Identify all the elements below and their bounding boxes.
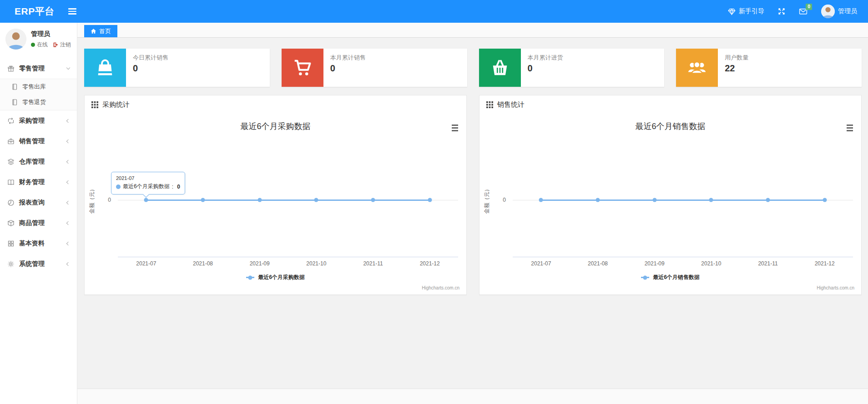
stat-card-month-purchase[interactable]: 本月累计进货 0 xyxy=(479,49,665,87)
footer-strip xyxy=(77,389,868,404)
data-point-marker[interactable] xyxy=(596,198,600,202)
tab-home[interactable]: 首页 xyxy=(84,25,117,37)
sidebar-item-purchase[interactable]: 采购管理 xyxy=(0,110,77,131)
sidebar-item-system[interactable]: 系统管理 xyxy=(0,254,77,274)
x-axis-labels: 2021-072021-082021-092021-102021-112021-… xyxy=(513,260,853,267)
stat-card-body: 本月累计进货 0 xyxy=(521,49,563,87)
marker-slot xyxy=(231,114,288,294)
sidebar-item-label: 基本资料 xyxy=(19,239,67,248)
messages-button[interactable]: 0 xyxy=(799,8,807,15)
chart-tooltip: 2021-07 最近6个月采购数据: 0 xyxy=(111,172,185,195)
x-axis-tick-label: 2021-12 xyxy=(796,260,853,267)
chevron-left-icon xyxy=(66,241,70,245)
series-markers xyxy=(118,114,458,294)
panel-title: 采购统计 xyxy=(102,100,130,109)
user-menu[interactable]: 管理员 xyxy=(821,5,857,18)
sidebar-item-label: 系统管理 xyxy=(19,260,67,268)
data-point-marker[interactable] xyxy=(144,198,148,202)
marker-slot xyxy=(570,114,626,294)
stat-card-body: 本月累计销售 0 xyxy=(323,49,366,87)
tooltip-header: 2021-07 xyxy=(116,175,180,181)
highcharts-credit-link[interactable]: Highcharts.com.cn xyxy=(817,285,854,290)
navbar-right: 新手引导 0 管理员 xyxy=(728,5,868,18)
sidebar-item-basic-data[interactable]: 基本资料 xyxy=(0,233,77,254)
data-point-marker[interactable] xyxy=(766,198,770,202)
data-point-marker[interactable] xyxy=(823,198,827,202)
x-axis-labels: 2021-072021-082021-092021-102021-112021-… xyxy=(118,260,458,267)
marker-slot xyxy=(513,114,570,294)
legend-item[interactable]: 最近6个月采购数据 xyxy=(85,274,466,281)
tooltip-value: 0 xyxy=(177,184,180,190)
stat-card-value: 22 xyxy=(725,63,748,74)
sales-chart: 最近6个月销售数据 金额（元） 0 2021-072021-082021-092… xyxy=(479,114,861,294)
stat-card-today-sales[interactable]: 今日累计销售 0 xyxy=(84,49,270,87)
guide-button[interactable]: 新手引导 xyxy=(728,7,764,15)
panel-header: 销售统计 xyxy=(479,95,861,114)
sidebar-item-sales[interactable]: 销售管理 xyxy=(0,131,77,151)
sidebar-item-retail-outbound[interactable]: 零售出库 xyxy=(0,79,77,95)
stat-cards-row: 今日累计销售 0 本月累计销售 0 本月累计进货 0 xyxy=(84,49,862,87)
sidebar-item-retail[interactable]: 零售管理 xyxy=(0,58,77,79)
gear-icon xyxy=(7,260,15,268)
tab-home-label: 首页 xyxy=(99,27,111,35)
message-count-badge: 0 xyxy=(806,4,812,10)
data-point-marker[interactable] xyxy=(428,198,432,202)
data-point-marker[interactable] xyxy=(201,198,205,202)
stat-card-label: 用户数量 xyxy=(725,54,748,62)
data-point-marker[interactable] xyxy=(257,198,262,202)
panel-header: 采购统计 xyxy=(85,95,466,114)
x-axis-tick-label: 2021-07 xyxy=(513,260,570,267)
marker-slot xyxy=(345,114,402,294)
grid-icon xyxy=(7,240,15,247)
shopping-bag-icon xyxy=(84,49,126,87)
tooltip-row: 最近6个月采购数据: 0 xyxy=(116,183,180,190)
sidebar-user-info: 管理员 在线 注销 xyxy=(31,30,71,49)
stat-card-user-count[interactable]: 用户数量 22 xyxy=(676,49,862,87)
purchase-chart: 最近6个月采购数据 金额（元） 0 2021-072021-082021-092… xyxy=(85,114,466,294)
chevron-left-icon xyxy=(66,200,70,204)
app-brand: ERP平台 xyxy=(0,5,55,18)
logout-button[interactable]: 注销 xyxy=(53,41,71,49)
stat-card-month-sales[interactable]: 本月累计销售 0 xyxy=(282,49,467,87)
sidebar-item-retail-return[interactable]: 零售退货 xyxy=(0,95,77,110)
sidebar-toggle-button[interactable] xyxy=(68,8,76,15)
grid-icon xyxy=(486,101,493,108)
legend-item[interactable]: 最近6个月销售数据 xyxy=(479,274,861,281)
sidebar-user-panel: 管理员 在线 注销 xyxy=(0,23,77,55)
pie-chart-icon xyxy=(7,199,15,206)
x-axis-tick-label: 2021-09 xyxy=(626,260,683,267)
x-axis-tick-label: 2021-10 xyxy=(683,260,740,267)
chevron-left-icon xyxy=(66,262,70,265)
stat-card-value: 0 xyxy=(133,63,168,74)
x-axis-tick-label: 2021-07 xyxy=(118,260,175,267)
sidebar-item-label: 财务管理 xyxy=(19,178,67,186)
highcharts-credit-link[interactable]: Highcharts.com.cn xyxy=(422,285,459,290)
sidebar-item-warehouse[interactable]: 仓库管理 xyxy=(0,151,77,172)
chevron-left-icon xyxy=(66,119,70,122)
repeat-icon xyxy=(7,117,15,125)
sidebar-item-goods[interactable]: 商品管理 xyxy=(0,213,77,233)
home-icon xyxy=(91,28,96,34)
sidebar-item-finance[interactable]: 财务管理 xyxy=(0,172,77,192)
fullscreen-button[interactable] xyxy=(778,8,785,15)
stat-card-body: 今日累计销售 0 xyxy=(126,49,168,87)
shopping-basket-icon xyxy=(479,49,521,87)
data-point-marker[interactable] xyxy=(539,198,543,202)
sidebar-item-reports[interactable]: 报表查询 xyxy=(0,192,77,213)
sidebar-item-label: 报表查询 xyxy=(19,199,67,207)
sidebar-avatar xyxy=(5,29,26,50)
data-point-marker[interactable] xyxy=(709,198,713,202)
data-point-marker[interactable] xyxy=(314,198,318,202)
series-markers xyxy=(513,114,853,294)
file-icon xyxy=(11,83,18,90)
purchase-stats-panel: 采购统计 最近6个月采购数据 金额（元） 0 2021-072021-08202… xyxy=(84,95,467,295)
x-axis-line xyxy=(513,257,853,257)
panel-title: 销售统计 xyxy=(497,100,525,109)
tooltip-separator: : xyxy=(172,184,175,190)
legend-label: 最近6个月销售数据 xyxy=(653,274,700,281)
plot-area xyxy=(513,114,853,294)
users-icon xyxy=(676,49,718,87)
sidebar-item-label: 仓库管理 xyxy=(19,158,67,166)
data-point-marker[interactable] xyxy=(652,198,656,202)
data-point-marker[interactable] xyxy=(371,198,375,202)
